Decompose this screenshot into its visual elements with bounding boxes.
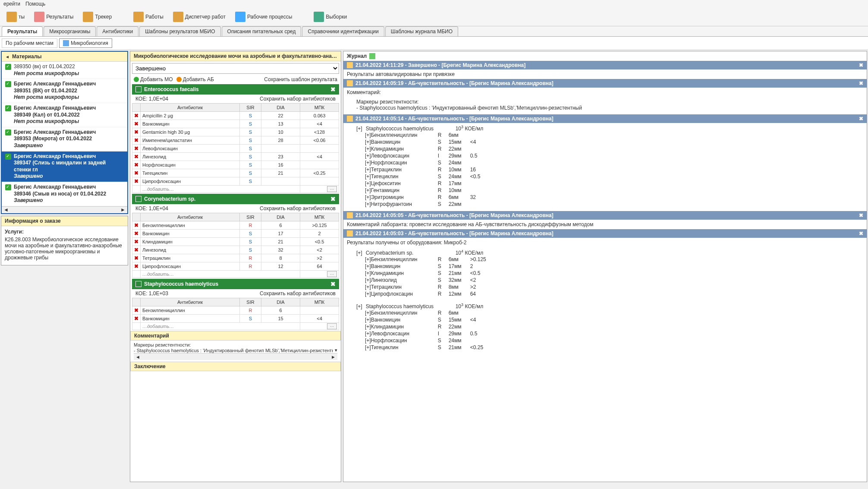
tab-result-templates[interactable]: Шаблоны результатов МБИО	[139, 26, 220, 36]
expand-icon[interactable]: [+]	[365, 194, 371, 200]
ab-mpk[interactable]: <4	[300, 315, 339, 323]
edit-icon[interactable]	[347, 212, 353, 218]
ab-mpk[interactable]	[300, 177, 339, 186]
ab-mpk[interactable]: 0.063	[300, 112, 339, 120]
ab-sir[interactable]: R	[240, 306, 261, 315]
expand-icon[interactable]: [+]	[365, 167, 371, 173]
tab-microorganisms[interactable]: Микроорганизмы	[44, 26, 96, 36]
status-select[interactable]: Завершено	[132, 63, 339, 74]
ab-mpk[interactable]	[300, 306, 339, 315]
ab-dia[interactable]: 28	[261, 136, 300, 145]
expand-icon[interactable]: [+]	[365, 146, 371, 152]
ab-sir[interactable]: R	[240, 221, 261, 230]
close-icon[interactable]: ✖	[330, 196, 336, 202]
expand-icon[interactable]: [+]	[365, 310, 371, 316]
delete-icon[interactable]: ✖	[134, 170, 138, 176]
edit-icon[interactable]	[347, 230, 353, 237]
ab-sir[interactable]: S	[240, 136, 261, 145]
save-ab-set-link[interactable]: Сохранить набор антибиотиков	[260, 205, 336, 211]
ab-dia[interactable]: 6	[261, 306, 300, 315]
ab-dia[interactable]: 16	[261, 161, 300, 169]
tab-results[interactable]: Результаты	[2, 26, 43, 36]
toolbar-results[interactable]: Результаты	[31, 9, 76, 24]
close-icon[interactable]: ✖	[859, 80, 863, 86]
add-ab-button[interactable]: Добавить АБ	[176, 76, 214, 82]
expand-icon[interactable]: [+]	[365, 139, 371, 145]
ab-mpk[interactable]: >0.125	[300, 221, 339, 230]
ab-sir[interactable]: S	[240, 246, 261, 254]
ab-mpk[interactable]	[300, 145, 339, 153]
toolbar-tracker[interactable]: Трекер	[80, 9, 115, 24]
tab-identification[interactable]: Справочники идентификации	[302, 26, 384, 36]
delete-icon[interactable]: ✖	[134, 247, 138, 253]
more-button[interactable]: ···	[327, 271, 337, 277]
ab-mpk[interactable]	[300, 161, 339, 169]
ab-sir[interactable]: S	[240, 145, 261, 153]
ab-dia[interactable]: 13	[261, 120, 300, 128]
expand-icon[interactable]: [+]	[365, 331, 371, 337]
ab-sir[interactable]: S	[240, 120, 261, 128]
close-icon[interactable]: ✖	[859, 212, 863, 218]
ab-mpk[interactable]: <0.06	[300, 136, 339, 145]
subtab-by-workplace[interactable]: По рабочим местам	[2, 38, 57, 48]
material-item[interactable]: Брегис Александр Геннадьевич389346 (Смыв…	[2, 182, 127, 206]
ab-mpk[interactable]: >2	[300, 254, 339, 262]
chevron-left-icon[interactable]: ◄	[3, 207, 9, 213]
ab-dia[interactable]: 12	[261, 262, 300, 271]
delete-icon[interactable]: ✖	[134, 154, 138, 160]
delete-icon[interactable]: ✖	[134, 129, 138, 135]
delete-icon[interactable]: ✖	[134, 263, 138, 269]
save-ab-set-link[interactable]: Сохранить набор антибиотиков	[260, 96, 336, 102]
save-ab-set-link[interactable]: Сохранить набор антибиотиков	[260, 290, 336, 297]
delete-icon[interactable]: ✖	[134, 255, 138, 261]
ab-sir[interactable]: S	[240, 153, 261, 161]
ab-dia[interactable]: 21	[261, 169, 300, 177]
material-item[interactable]: Брегис Александр Геннадьевич389353 (Мокр…	[2, 127, 127, 151]
ab-mpk[interactable]: <128	[300, 128, 339, 136]
refresh-icon[interactable]	[369, 53, 375, 59]
ab-dia[interactable]: 23	[261, 153, 300, 161]
expand-icon[interactable]: [+]	[365, 324, 371, 330]
menu-help[interactable]: Помощь	[25, 1, 45, 7]
add-ab-row[interactable]: …добавить…···	[132, 323, 339, 330]
dropdown-icon[interactable]: ▾	[335, 347, 337, 353]
subtab-microbiology[interactable]: Микробиология	[59, 38, 112, 48]
expand-icon[interactable]: [+]	[365, 291, 371, 297]
close-icon[interactable]: ✖	[330, 281, 336, 287]
delete-icon[interactable]: ✖	[134, 315, 138, 322]
ab-sir[interactable]: S	[240, 169, 261, 177]
close-icon[interactable]: ✖	[859, 62, 863, 68]
expand-icon[interactable]: [+]	[365, 270, 371, 276]
ab-mpk[interactable]: <4	[300, 120, 339, 128]
expand-icon[interactable]: [+]	[365, 180, 371, 186]
materials-list[interactable]: 389350 (вк) от 01.04.2022Нет роста микро…	[2, 62, 127, 206]
expand-icon[interactable]: [+]	[356, 303, 362, 309]
toolbar-btn-1[interactable]: ты	[3, 9, 28, 24]
chevron-right-icon[interactable]: ►	[120, 207, 126, 213]
delete-icon[interactable]: ✖	[134, 239, 138, 245]
ab-dia[interactable]: 8	[261, 254, 300, 262]
ab-mpk[interactable]: <0.25	[300, 169, 339, 177]
material-item[interactable]: Брегис Александр Геннадьевич389349 (Кал)…	[2, 103, 127, 127]
ab-mpk[interactable]: <2	[300, 246, 339, 254]
toolbar-processes[interactable]: Рабочие процессы	[232, 9, 295, 24]
expand-icon[interactable]: [+]	[365, 132, 371, 138]
expand-icon[interactable]: [+]	[365, 263, 371, 269]
material-item[interactable]: Брегис Александр Геннадьевич389347 (Слиз…	[2, 151, 127, 182]
delete-icon[interactable]: ✖	[134, 162, 138, 168]
save-template-link[interactable]: Сохранить шаблон результата	[264, 76, 337, 82]
menu-goto[interactable]: ерейти	[3, 1, 20, 7]
edit-icon[interactable]	[347, 62, 353, 68]
delete-icon[interactable]: ✖	[134, 230, 138, 237]
delete-icon[interactable]: ✖	[134, 178, 138, 184]
tab-media-descriptions[interactable]: Описания питательных сред	[222, 26, 302, 36]
expand-icon[interactable]: [+]	[365, 160, 371, 166]
org-checkbox[interactable]	[135, 196, 142, 202]
ab-dia[interactable]: 15	[261, 315, 300, 323]
delete-icon[interactable]: ✖	[134, 145, 138, 151]
tab-journal-templates[interactable]: Шаблоны журнала МБИО	[385, 26, 458, 36]
ab-dia[interactable]: 17	[261, 230, 300, 238]
ab-sir[interactable]: S	[240, 238, 261, 246]
expand-icon[interactable]: [+]	[365, 174, 371, 180]
ab-sir[interactable]: R	[240, 262, 261, 271]
